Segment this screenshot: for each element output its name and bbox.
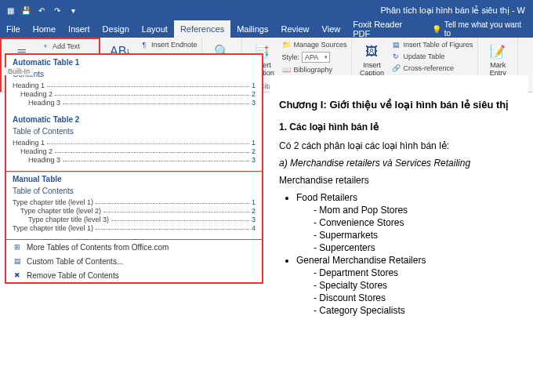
toc-row: Heading 22 [13, 90, 256, 98]
doc-chapter-heading: Chương I: Giới thiệu về loại hình bán lẻ… [279, 99, 519, 111]
bibliography-button[interactable]: 📖Bibliography [280, 64, 348, 75]
sources-icon: 📁 [281, 40, 291, 49]
toc-row: Type chapter title (level 1)4 [13, 224, 256, 232]
undo-icon[interactable]: ↶ [36, 5, 47, 16]
style-dropdown[interactable]: APA [302, 52, 330, 63]
remove-icon: ✖ [13, 270, 22, 280]
toc-gallery-dropdown: Automatic Table 1 Contents Heading 11 He… [5, 53, 263, 284]
built-in-label: Built-In [5, 67, 33, 75]
qat-more-icon[interactable]: ▾ [67, 5, 78, 16]
document-page[interactable]: Chương I: Giới thiệu về loại hình bán lẻ… [270, 75, 528, 389]
doc-paragraph: Có 2 cách phân loại các loại hình bán lẻ… [279, 140, 519, 151]
tab-review[interactable]: Review [275, 20, 316, 38]
list-item: Mom and Pop Stores [314, 205, 519, 216]
redo-icon[interactable]: ↷ [52, 5, 63, 16]
tab-layout[interactable]: Layout [136, 20, 174, 38]
list-item: General Merchandise Retailers Department… [296, 255, 519, 316]
toc-row: Heading 33 [13, 99, 256, 107]
gallery-auto1[interactable]: Automatic Table 1 Contents Heading 11 He… [6, 55, 262, 172]
list-item: Department Stores [314, 267, 519, 278]
toc-row: Type chapter title (level 1)1 [13, 198, 256, 206]
endnote-icon: ¶ [140, 40, 149, 49]
remove-toc-item[interactable]: ✖Remove Table of Contents [6, 268, 262, 282]
crossref-icon: 🔗 [391, 64, 401, 73]
toc-row: Heading 22 [13, 147, 256, 155]
list-item: Convenience Stores [314, 217, 519, 228]
update2-icon: ↻ [391, 52, 401, 61]
doc-section-heading: 1. Các loại hình bán lẻ [279, 122, 519, 132]
tell-me[interactable]: 💡 Tell me what you want to [427, 20, 533, 38]
toc-row: Heading 11 [13, 139, 256, 147]
toc-row: Type chapter title (level 3)3 [13, 216, 256, 223]
doc-paragraph: Merchandise retailers [279, 175, 519, 186]
list-item: Category Specialists [314, 305, 519, 316]
doc-list: Food Retailers Mom and Pop Stores Conven… [279, 192, 519, 316]
custom-icon: ▤ [13, 256, 22, 266]
window-title: Phân tích loại hình bán lẻ siêu thị - W [380, 5, 528, 16]
tof-icon: ▤ [391, 40, 401, 49]
auto2-toc: Table of Contents [13, 127, 256, 136]
insert-endnote-button[interactable]: ¶Insert Endnote [138, 39, 199, 50]
tab-home[interactable]: Home [27, 20, 62, 38]
list-item: Specialty Stores [314, 280, 519, 291]
add-text-icon: + [41, 42, 50, 51]
toc-row: Heading 33 [13, 156, 256, 164]
add-text-button[interactable]: +Add Text [39, 41, 96, 52]
toc-row: Type chapter title (level 2)2 [13, 207, 256, 215]
toc-row: Heading 11 [13, 82, 256, 89]
mark-entry-icon: 📝 [489, 43, 506, 60]
ribbon-tabs: File Home Insert Design Layout Reference… [0, 20, 533, 38]
list-item: Supercenters [314, 242, 519, 253]
gallery-manual[interactable]: Manual Table Table of Contents Type chap… [6, 172, 262, 240]
tab-file[interactable]: File [0, 20, 27, 38]
tab-design[interactable]: Design [96, 20, 136, 38]
list-item: Discount Stores [314, 292, 519, 303]
tab-mailings[interactable]: Mailings [230, 20, 274, 38]
office-icon: ⊞ [13, 242, 22, 252]
doc-paragraph: a) Merchandise retailers và Services Ret… [279, 158, 519, 169]
more-tables-item[interactable]: ⊞More Tables of Contents from Office.com [6, 240, 262, 254]
tab-view[interactable]: View [316, 20, 347, 38]
quick-access-toolbar: ▦ 💾 ↶ ↷ ▾ [5, 5, 78, 16]
cross-reference-button[interactable]: 🔗Cross-reference [390, 63, 474, 74]
lightbulb-icon: 💡 [432, 25, 441, 34]
custom-toc-item[interactable]: ▤Custom Table of Contents... [6, 254, 262, 268]
biblio-icon: 📖 [281, 65, 291, 74]
list-item: Supermarkets [314, 230, 519, 241]
tell-me-label: Tell me what you want to [444, 20, 528, 38]
tab-references[interactable]: References [174, 20, 230, 38]
manual-header: Manual Table [13, 175, 256, 183]
tab-insert[interactable]: Insert [62, 20, 96, 38]
list-item: Food Retailers Mom and Pop Stores Conven… [296, 192, 519, 253]
auto1-contents: Contents [13, 70, 256, 78]
update-table2-button[interactable]: ↻Update Table [390, 51, 474, 62]
manual-toc: Table of Contents [13, 187, 256, 195]
tab-foxit[interactable]: Foxit Reader PDF [346, 20, 426, 38]
auto1-header: Automatic Table 1 [13, 58, 256, 67]
style-select[interactable]: Style: APA [280, 51, 348, 64]
caption-icon: 🖼 [363, 43, 380, 60]
word-icon: ▦ [5, 5, 16, 16]
manage-sources-button[interactable]: 📁Manage Sources [280, 39, 348, 50]
auto2-header: Automatic Table 2 [13, 115, 256, 124]
titlebar: ▦ 💾 ↶ ↷ ▾ Phân tích loại hình bán lẻ siê… [0, 0, 533, 20]
save-icon[interactable]: 💾 [20, 5, 31, 16]
insert-tof-button[interactable]: ▤Insert Table of Figures [390, 39, 474, 50]
